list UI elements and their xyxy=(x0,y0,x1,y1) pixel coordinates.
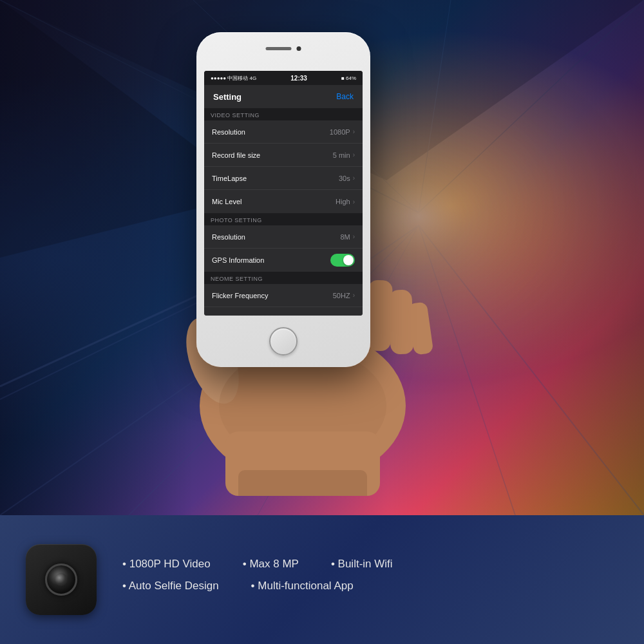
flicker-frequency-row[interactable]: Flicker Frequency 50HZ › xyxy=(204,284,363,307)
photo-settings-group: Resolution 8M › GPS Information xyxy=(204,225,363,272)
toggle-knob xyxy=(343,255,354,265)
gps-label: GPS Information xyxy=(212,256,264,264)
neome-settings-group: Flicker Frequency 50HZ › Advance Setting… xyxy=(204,284,363,316)
record-file-size-text: 5 min xyxy=(333,151,350,159)
chevron-icon: › xyxy=(353,198,355,205)
chevron-icon: › xyxy=(353,175,355,182)
resolution-video-label: Resolution xyxy=(212,128,245,136)
phone-screen: ●●●●● 中国移动 4G 12:33 ■ 64% Setting Back V… xyxy=(204,71,363,316)
resolution-video-value: 1080P › xyxy=(330,128,355,136)
feature-app: • Multi-functional App xyxy=(251,580,354,592)
gps-row[interactable]: GPS Information xyxy=(204,249,363,272)
features-row-1: • 1080P HD Video • Max 8 MP • Built-in W… xyxy=(122,558,618,571)
camera-device xyxy=(26,544,97,615)
feature-8mp: • Max 8 MP xyxy=(243,558,299,571)
chevron-icon: › xyxy=(353,128,355,135)
feature-1080p: • 1080P HD Video xyxy=(122,558,211,571)
bottom-banner: • 1080P HD Video • Max 8 MP • Built-in W… xyxy=(0,515,644,644)
home-button[interactable] xyxy=(269,327,298,355)
resolution-video-row[interactable]: Resolution 1080P › xyxy=(204,120,363,144)
camera-lens xyxy=(45,564,77,596)
mic-level-text: High xyxy=(336,198,350,205)
chevron-icon: › xyxy=(353,233,355,240)
mic-level-label: Mic Level xyxy=(212,198,242,205)
video-setting-header: VIDEO SETTING xyxy=(204,108,363,120)
lens-inner xyxy=(55,573,68,586)
features-row-2: • Auto Selfie Design • Multi-functional … xyxy=(122,580,618,592)
status-battery: ■ 64% xyxy=(341,75,356,81)
chevron-icon: › xyxy=(353,151,355,158)
video-settings-group: Resolution 1080P › Record file size 5 mi… xyxy=(204,120,363,213)
resolution-video-text: 1080P xyxy=(330,128,350,136)
nav-back-button[interactable]: Back xyxy=(336,92,354,101)
navigation-bar: Setting Back xyxy=(204,85,363,108)
timelapse-text: 30s xyxy=(339,175,350,182)
mic-level-value: High › xyxy=(336,198,355,205)
advance-setting-row[interactable]: Advance Setting › xyxy=(204,307,363,316)
phone-body: ●●●●● 中国移动 4G 12:33 ■ 64% Setting Back V… xyxy=(196,32,370,367)
advance-setting-label: Advance Setting xyxy=(212,315,263,316)
mic-level-row[interactable]: Mic Level High › xyxy=(204,190,363,213)
flicker-frequency-value: 50HZ › xyxy=(333,292,355,299)
gps-toggle[interactable] xyxy=(330,254,355,267)
timelapse-label: TimeLapse xyxy=(212,175,247,182)
timelapse-value: 30s › xyxy=(339,175,355,182)
phone-hand-group: ●●●●● 中国移动 4G 12:33 ■ 64% Setting Back V… xyxy=(174,32,444,496)
feature-selfie: • Auto Selfie Design xyxy=(122,580,219,592)
status-time: 12:33 xyxy=(290,75,307,82)
feature-wifi: • Built-in Wifi xyxy=(331,558,393,571)
timelapse-row[interactable]: TimeLapse 30s › xyxy=(204,167,363,190)
photo-setting-header: PHOTO SETTING xyxy=(204,213,363,225)
resolution-photo-row[interactable]: Resolution 8M › xyxy=(204,225,363,249)
front-camera-area xyxy=(266,46,301,51)
chevron-icon: › xyxy=(353,292,355,299)
nav-title: Setting xyxy=(213,92,242,102)
flicker-frequency-text: 50HZ xyxy=(333,292,350,299)
front-camera-dot xyxy=(297,46,301,51)
resolution-photo-label: Resolution xyxy=(212,233,245,241)
record-file-size-value: 5 min › xyxy=(333,151,355,159)
status-bar: ●●●●● 中国移动 4G 12:33 ■ 64% xyxy=(204,71,363,85)
camera-body xyxy=(26,544,97,615)
advance-setting-value: › xyxy=(353,316,355,316)
record-file-size-row[interactable]: Record file size 5 min › xyxy=(204,144,363,167)
resolution-photo-text: 8M xyxy=(340,233,350,241)
resolution-photo-value: 8M › xyxy=(340,233,355,241)
neome-setting-header: NEOME SETTING xyxy=(204,272,363,284)
chevron-icon: › xyxy=(353,316,355,316)
status-carrier: ●●●●● 中国移动 4G xyxy=(211,75,256,82)
flicker-frequency-label: Flicker Frequency xyxy=(212,292,268,299)
record-file-size-label: Record file size xyxy=(212,151,260,159)
speaker-bar xyxy=(266,47,292,50)
svg-rect-22 xyxy=(238,470,367,496)
features-list: • 1080P HD Video • Max 8 MP • Built-in W… xyxy=(122,558,618,601)
